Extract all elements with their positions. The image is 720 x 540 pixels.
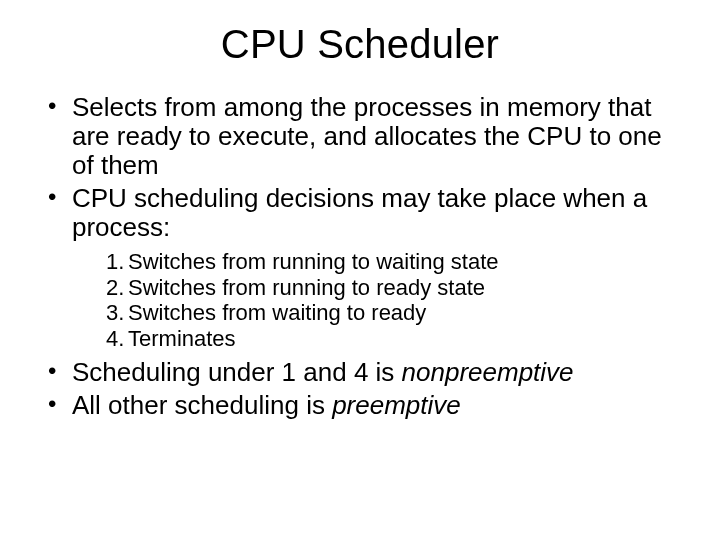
slide: CPU Scheduler Selects from among the pro…: [0, 0, 720, 540]
bullet-item-3-em: nonpreemptive: [402, 357, 574, 387]
numbered-item-2: Switches from running to ready state: [106, 275, 680, 301]
bullet-item-3: Scheduling under 1 and 4 is nonpreemptiv…: [44, 358, 680, 387]
numbered-item-4: Terminates: [106, 326, 680, 352]
slide-title: CPU Scheduler: [40, 22, 680, 67]
bullet-item-3-text: Scheduling under 1 and 4 is: [72, 357, 402, 387]
bullet-item-1: Selects from among the processes in memo…: [44, 93, 680, 180]
bullet-item-4-em: preemptive: [332, 390, 461, 420]
bullet-item-2: CPU scheduling decisions may take place …: [44, 184, 680, 352]
numbered-item-1: Switches from running to waiting state: [106, 249, 680, 275]
bullet-list: Selects from among the processes in memo…: [40, 93, 680, 421]
numbered-item-3: Switches from waiting to ready: [106, 300, 680, 326]
numbered-list: Switches from running to waiting state S…: [72, 249, 680, 353]
bullet-item-4: All other scheduling is preemptive: [44, 391, 680, 420]
bullet-item-4-text: All other scheduling is: [72, 390, 332, 420]
bullet-item-2-text: CPU scheduling decisions may take place …: [72, 183, 647, 242]
